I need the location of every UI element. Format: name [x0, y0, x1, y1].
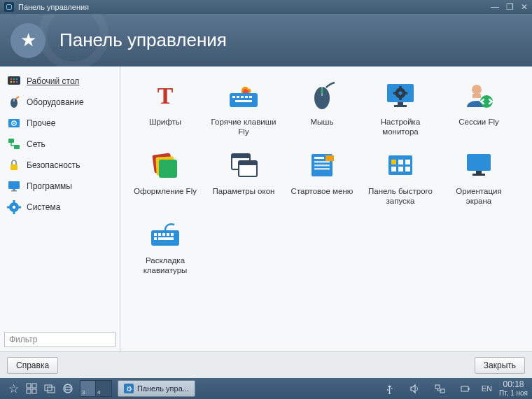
cog-icon	[7, 200, 21, 214]
svg-rect-67	[467, 154, 491, 171]
tile-label: Сессии Fly	[442, 117, 515, 136]
sidebar-item-system[interactable]: Система	[0, 197, 120, 218]
svg-rect-59	[326, 155, 334, 161]
taskbar: ☆ 3 4 Панель упра... EN 00:18 Пт, 1 ноя	[0, 378, 532, 399]
tile-label: Горячие клавиши Fly	[207, 117, 280, 137]
sidebar-item-network[interactable]: Сеть	[0, 134, 120, 155]
sidebar-item-label: Безопасность	[27, 160, 80, 170]
svg-rect-81	[32, 389, 36, 393]
maximize-button[interactable]: ❐	[506, 3, 514, 11]
tray-network-icon[interactable]	[431, 379, 449, 398]
tile-quicklaunch[interactable]: Панель быстрого запуска	[363, 146, 438, 209]
svg-point-6	[16, 81, 18, 83]
fonts-icon: T	[148, 79, 182, 113]
star-icon	[10, 23, 46, 58]
monitor-settings-icon	[384, 79, 417, 113]
svg-rect-75	[171, 233, 174, 236]
taskbar-active-window[interactable]: Панель упра...	[118, 380, 195, 397]
tile-startmenu[interactable]: Стартовое меню	[284, 146, 360, 209]
help-button[interactable]: Справка	[7, 357, 58, 374]
taskbar-files-icon[interactable]	[59, 379, 77, 398]
sidebar-item-hardware[interactable]: Оборудование	[0, 92, 120, 113]
window-titlebar: Панель управления — ❐ ✕	[0, 0, 532, 14]
sessions-icon	[462, 79, 496, 113]
tile-windowparams[interactable]: Параметры окон	[206, 146, 281, 209]
svg-point-2	[13, 78, 15, 80]
sidebar-item-programs[interactable]: Программы	[0, 176, 120, 197]
start-button[interactable]: ☆	[4, 379, 22, 398]
hotkeys-icon	[227, 79, 260, 113]
mouse-icon	[305, 79, 339, 113]
tile-fonts[interactable]: T Шрифты	[127, 76, 203, 140]
svg-rect-65	[398, 167, 403, 172]
sidebar-item-other[interactable]: Прочее	[0, 113, 120, 134]
tile-label: Оформление Fly	[129, 186, 202, 206]
desktop-3[interactable]: 3	[80, 381, 96, 396]
tile-sessions[interactable]: Сессии Fly	[441, 76, 517, 140]
svg-rect-36	[398, 102, 403, 105]
tile-label: Шрифты	[129, 117, 202, 136]
tray-language[interactable]: EN	[482, 384, 492, 393]
svg-rect-61	[391, 160, 396, 164]
svg-rect-87	[435, 385, 440, 388]
desktop-switcher[interactable]: 3 4	[80, 380, 112, 397]
tray-usb-icon[interactable]	[381, 379, 399, 398]
theme-icon	[148, 148, 182, 182]
svg-rect-82	[45, 385, 52, 391]
svg-rect-77	[158, 237, 174, 240]
category-list: Рабочий стол Оборудование Прочее Сеть	[0, 66, 120, 328]
svg-rect-63	[405, 160, 410, 164]
monitor-icon	[7, 179, 21, 193]
tile-keyboard[interactable]: Раскладка клавиатуры	[127, 215, 203, 279]
tile-theme[interactable]: Оформление Fly	[127, 146, 203, 209]
filter-input[interactable]	[4, 332, 115, 347]
svg-rect-79	[32, 384, 36, 388]
svg-rect-74	[167, 233, 169, 236]
gear-icon	[7, 116, 21, 130]
svg-rect-66	[405, 167, 410, 172]
svg-rect-64	[391, 167, 396, 172]
desktop-4[interactable]: 4	[96, 381, 111, 396]
svg-rect-56	[314, 161, 330, 163]
tile-label: Панель быстрого запуска	[364, 186, 437, 206]
svg-rect-78	[27, 384, 31, 388]
main-content: Рабочий стол Оборудование Прочее Сеть	[0, 66, 532, 351]
tray-clock[interactable]: 00:18 Пт, 1 ноя	[499, 380, 528, 397]
tile-mouse[interactable]: Мышь	[284, 76, 360, 140]
page-title: Панель управления	[59, 29, 227, 51]
close-dialog-button[interactable]: Закрыть	[475, 357, 525, 374]
close-button[interactable]: ✕	[521, 3, 528, 11]
svg-rect-60	[388, 155, 412, 175]
svg-rect-80	[27, 389, 31, 393]
svg-rect-14	[10, 164, 18, 170]
svg-rect-12	[8, 139, 14, 143]
svg-rect-51	[232, 154, 250, 158]
tile-monitor[interactable]: Настройка монитора	[363, 76, 438, 140]
minimize-button[interactable]: —	[491, 3, 499, 11]
taskbar-show-desktops-icon[interactable]	[22, 379, 41, 398]
svg-point-39	[399, 92, 402, 95]
svg-point-19	[13, 206, 15, 209]
svg-point-1	[10, 78, 13, 80]
svg-point-86	[388, 392, 391, 393]
tile-orientation[interactable]: Ориентация экрана	[441, 146, 517, 209]
sidebar-item-security[interactable]: Безопасность	[0, 155, 120, 176]
svg-rect-76	[154, 237, 157, 240]
clock-time: 00:18	[499, 380, 528, 389]
tile-hotkeys[interactable]: Горячие клавиши Fly	[206, 76, 281, 140]
tray-battery-icon[interactable]	[456, 379, 475, 398]
sidebar-item-desktop[interactable]: Рабочий стол	[0, 71, 120, 92]
svg-rect-69	[472, 174, 485, 176]
tile-label: Раскладка клавиатуры	[129, 255, 202, 276]
tray-volume-icon[interactable]	[406, 379, 424, 398]
taskbar-cascade-icon[interactable]	[41, 379, 59, 398]
svg-rect-89	[461, 386, 468, 391]
svg-rect-0	[8, 76, 20, 85]
svg-rect-62	[398, 160, 403, 164]
svg-rect-58	[314, 168, 330, 170]
svg-rect-30	[249, 96, 252, 98]
svg-rect-85	[65, 387, 71, 390]
quicklaunch-icon	[384, 148, 417, 182]
windows-icon	[227, 148, 260, 182]
svg-rect-49	[159, 160, 177, 178]
